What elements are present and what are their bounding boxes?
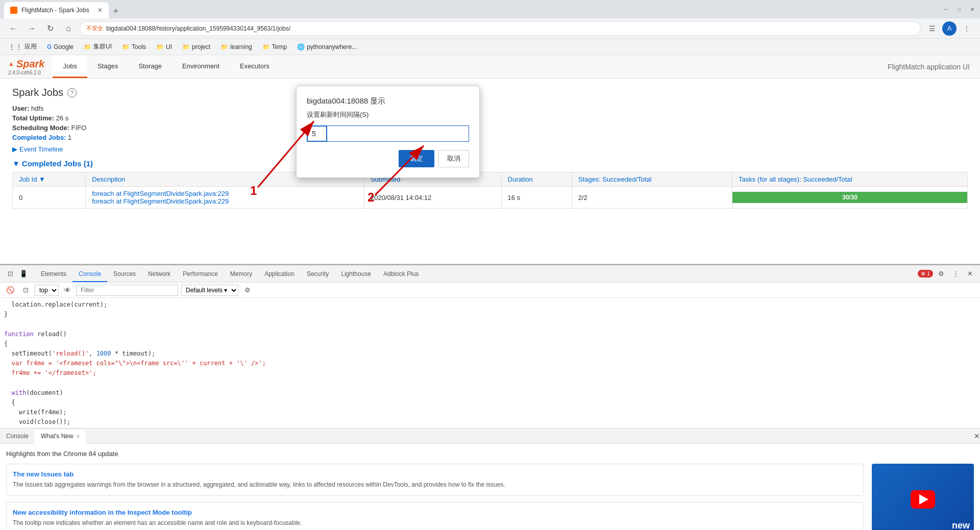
inspect-element-btn[interactable]: ⊡	[4, 268, 16, 280]
tab-close-btn[interactable]: ✕	[97, 7, 103, 14]
devtools-console-settings[interactable]: ⚙	[241, 284, 254, 296]
completed-jobs-link[interactable]: Completed Jobs: 1	[12, 134, 71, 141]
bookmark-tools[interactable]: 📁 Tools	[118, 42, 150, 52]
devtools-tab-security[interactable]: Security	[301, 267, 335, 282]
card-accessibility: New accessibility information in the Ins…	[6, 502, 864, 530]
spark-tab-executors[interactable]: Executors	[230, 55, 280, 78]
youtube-thumbnail[interactable]: new	[872, 464, 974, 530]
code-line-5: setTimeout('reload()', 1000 * timeout);	[4, 349, 976, 359]
close-panel-button[interactable]: ✕	[974, 432, 980, 440]
desc-link-2[interactable]: foreach at FlightSegmentDivideSpark.java…	[92, 197, 229, 205]
devtools-settings-btn[interactable]: ⚙	[935, 268, 947, 280]
bookmark-project[interactable]: 📁 project	[178, 42, 214, 52]
cards-area: The new Issues tab The Issues tab aggreg…	[6, 464, 864, 530]
bottom-content: Highlights from the Chrome 84 update The…	[0, 444, 980, 530]
dialog-input-number[interactable]	[307, 125, 327, 142]
devtools-tab-network[interactable]: Network	[142, 267, 177, 282]
title-bar: FlightMatch - Spark Jobs ✕ + ─ □ ✕	[0, 0, 980, 18]
maximize-button[interactable]: □	[955, 6, 963, 13]
card-accessibility-text: The tooltip now indicates whether an ele…	[13, 518, 857, 527]
menu-button[interactable]: ⋮	[960, 21, 974, 36]
youtube-thumb-area: new	[872, 464, 974, 530]
refresh-button[interactable]: ↻	[43, 21, 57, 36]
devtools-tab-application[interactable]: Application	[258, 267, 301, 282]
home-button[interactable]: ⌂	[61, 21, 76, 36]
dialog-input-text[interactable]	[327, 125, 469, 142]
code-line-1: location.replace(current);	[4, 300, 976, 310]
col-tasks[interactable]: Tasks (for all stages): Succeeded/Total	[732, 172, 968, 187]
tab-favicon	[10, 7, 17, 14]
console-clear-btn[interactable]: 🚫	[4, 284, 16, 296]
spark-tab-storage[interactable]: Storage	[128, 55, 172, 78]
youtube-play-button[interactable]	[911, 490, 935, 509]
spark-logo-text: Spark	[16, 58, 45, 70]
bookmark-pythonanywhere-label: pythonanywhere...	[307, 43, 357, 51]
dialog-confirm-button[interactable]: 确定	[399, 150, 434, 167]
spark-tab-environment[interactable]: Environment	[172, 55, 230, 78]
completed-info: Completed Jobs: 1	[12, 134, 968, 141]
devtools-more-btn[interactable]: ⋮	[949, 268, 962, 280]
context-selector[interactable]: top	[35, 285, 59, 296]
code-line-11: void(close());	[4, 417, 976, 427]
cell-submitted: 2020/08/31 14:04:12	[364, 187, 501, 209]
devtools-tab-elements[interactable]: Elements	[35, 267, 72, 282]
url-text: bigdata004:18088/history/application_159…	[106, 25, 290, 32]
card-issues-content: The new Issues tab The Issues tab aggreg…	[7, 464, 863, 495]
devtools-tab-performance[interactable]: Performance	[177, 267, 224, 282]
devtools-tab-memory[interactable]: Memory	[224, 267, 258, 282]
col-stages[interactable]: Stages: Succeeded/Total	[572, 172, 732, 187]
new-tab-button[interactable]: +	[109, 4, 123, 18]
console-eye-btn[interactable]: 👁	[62, 285, 73, 296]
console-content: location.replace(current); } function re…	[0, 298, 980, 428]
google-icon: G	[47, 43, 52, 51]
dialog-input-row	[307, 125, 469, 142]
bookmark-clusterui-label: 集群UI	[93, 42, 112, 51]
extensions-button[interactable]: ☰	[925, 21, 939, 36]
card-issues-link[interactable]: The new Issues tab	[13, 470, 857, 478]
spark-tab-stages[interactable]: Stages	[87, 55, 128, 78]
active-tab[interactable]: FlightMatch - Spark Jobs ✕	[4, 2, 109, 18]
devtools-tab-console[interactable]: Console	[72, 267, 107, 282]
error-badge: ⊗ 1	[918, 270, 933, 277]
close-button[interactable]: ✕	[969, 6, 976, 13]
bottom-tab-whatsnew[interactable]: What's New ×	[35, 428, 86, 444]
devtools-close-btn[interactable]: ✕	[964, 268, 976, 280]
devtools-tab-sources[interactable]: Sources	[107, 267, 142, 282]
bookmark-ui[interactable]: 📁 UI	[152, 42, 176, 52]
devtools-toolbar: ⊡ 📱 Elements Console Sources Network Per…	[0, 265, 980, 283]
bookmark-learning[interactable]: 📁 learning	[216, 42, 256, 52]
devtools-tab-adblock[interactable]: Adblock Plus	[377, 267, 425, 282]
col-duration[interactable]: Duration	[501, 172, 572, 187]
help-icon[interactable]: ?	[67, 88, 77, 97]
back-button[interactable]: ←	[6, 21, 20, 36]
devtools-tab-lighthouse[interactable]: Lighthouse	[335, 267, 377, 282]
url-bar[interactable]: 不安全 bigdata004:18088/history/application…	[80, 21, 921, 36]
col-jobid[interactable]: Job Id ▼	[13, 172, 86, 187]
security-warning: 不安全	[86, 24, 103, 32]
dialog-cancel-button[interactable]: 取消	[438, 150, 469, 167]
spark-tab-jobs[interactable]: Jobs	[53, 55, 87, 78]
bookmark-pythonanywhere[interactable]: 🌐 pythonanywhere...	[293, 42, 361, 52]
bookmark-google[interactable]: G Google	[43, 42, 78, 52]
table-row: 0 foreach at FlightSegmentDivideSpark.ja…	[13, 187, 968, 209]
dialog-subtitle: 设置刷新时间间隔(S)	[307, 110, 469, 119]
console-context-btn[interactable]: ⊡	[19, 284, 32, 296]
bookmark-project-label: project	[192, 43, 210, 51]
profile-button[interactable]: A	[942, 21, 957, 36]
event-timeline-link[interactable]: ▶ Event Timeline	[12, 145, 968, 153]
bookmark-temp[interactable]: 📁 Temp	[258, 42, 291, 52]
console-level-select[interactable]: Default levels ▾	[181, 285, 238, 296]
desc-link-1[interactable]: foreach at FlightSegmentDivideSpark.java…	[92, 190, 229, 197]
card-issues: The new Issues tab The Issues tab aggreg…	[6, 464, 864, 496]
bookmark-apps[interactable]: ⋮⋮ 应用	[4, 41, 41, 52]
code-line-6: var fr4me = '<frameset cols="\">\n<frame…	[4, 359, 976, 368]
console-filter-input[interactable]	[76, 285, 178, 296]
device-toolbar-btn[interactable]: 📱	[17, 268, 30, 280]
forward-button[interactable]: →	[24, 21, 39, 36]
bottom-tab-console[interactable]: Console	[0, 428, 35, 444]
completed-section-title: ▼ Completed Jobs (1)	[12, 159, 968, 168]
bottom-tab-close[interactable]: ×	[77, 433, 80, 439]
bookmark-clusterui[interactable]: 📁 集群UI	[80, 41, 116, 52]
minimize-button[interactable]: ─	[942, 6, 949, 13]
card-accessibility-link[interactable]: New accessibility information in the Ins…	[13, 509, 857, 516]
